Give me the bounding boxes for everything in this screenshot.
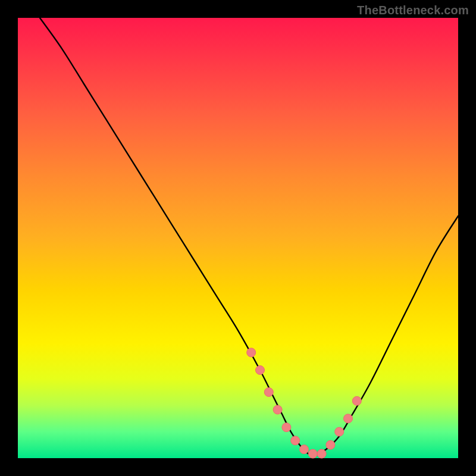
highlight-marker: [326, 440, 335, 449]
highlight-marker: [273, 405, 282, 414]
highlight-marker: [352, 396, 361, 405]
highlight-marker: [282, 423, 291, 432]
highlight-marker: [291, 436, 300, 445]
highlight-marker: [256, 366, 265, 375]
highlight-marker: [247, 348, 256, 357]
highlight-marker: [335, 427, 344, 436]
highlight-marker: [308, 449, 317, 458]
highlight-markers: [247, 348, 362, 458]
watermark-text: TheBottleneck.com: [357, 4, 469, 17]
plot-area: [18, 18, 458, 458]
highlight-marker: [317, 449, 326, 458]
highlight-marker: [300, 445, 309, 454]
highlight-marker: [264, 388, 273, 397]
curve-layer: [18, 18, 458, 458]
chart-frame: TheBottleneck.com: [0, 0, 476, 476]
highlight-marker: [344, 414, 353, 423]
bottleneck-curve: [40, 18, 458, 455]
